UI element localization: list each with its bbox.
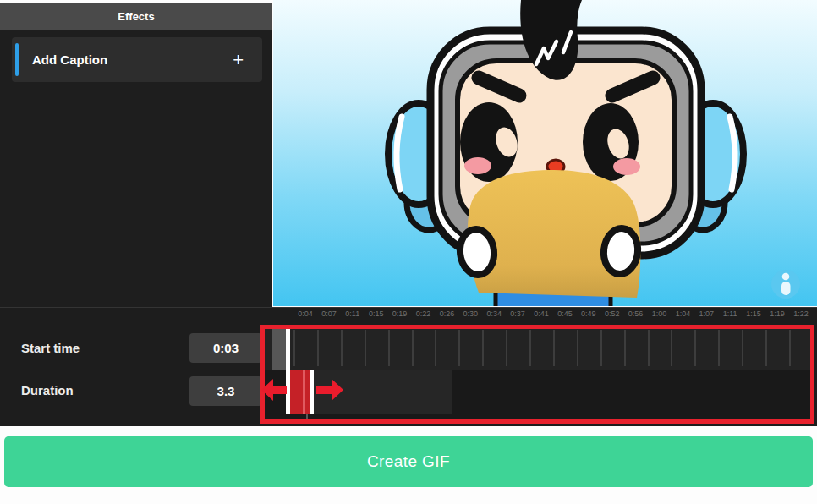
effects-sidebar: Effects Add Caption +	[0, 3, 272, 307]
timeline-time-label: 0:41	[529, 310, 553, 318]
playhead[interactable]	[286, 329, 290, 414]
timeline-time-label: 1:15	[742, 310, 765, 318]
timeline-track[interactable]	[265, 329, 810, 370]
annotation-rectangle	[260, 325, 814, 424]
timeline-tick	[365, 330, 366, 366]
timeline-tick	[765, 330, 767, 366]
timeline-time-label: 1:11	[718, 310, 742, 318]
timeline-time-label: 0:52	[600, 310, 624, 318]
timeline-time-label: 0:56	[624, 310, 648, 318]
timeline-time-label: 0:34	[482, 310, 506, 318]
gif-maker-app: Effects Add Caption +	[0, 0, 817, 504]
video-preview	[273, 0, 817, 306]
timeline-tick	[671, 330, 672, 366]
timeline-tick	[742, 330, 743, 366]
timeline-tick	[624, 330, 626, 366]
timeline-time-label: 1:00	[648, 310, 672, 318]
timeline-time-label: 0:07	[317, 310, 341, 318]
timeline-tick	[718, 330, 720, 366]
timeline-tick	[341, 330, 343, 366]
timeline-tick	[600, 330, 602, 366]
timeline-tick	[388, 330, 390, 366]
timeline-time-label: 1:22	[789, 310, 813, 318]
timeline-time-label: 1:19	[765, 310, 789, 318]
selection-handle[interactable]	[289, 370, 310, 414]
plus-icon[interactable]: +	[233, 51, 244, 69]
selection-marker-line	[306, 414, 308, 419]
selection-handle-highlight	[303, 370, 305, 414]
timeline-time-label: 1:04	[671, 310, 694, 318]
played-region	[272, 329, 287, 370]
sidebar-title: Effects	[118, 10, 154, 23]
timeline-tick	[293, 330, 295, 366]
accent-bar	[15, 43, 19, 76]
timeline-tick	[482, 330, 484, 366]
start-time-label: Start time	[21, 341, 80, 355]
annotation-arrow-right	[316, 379, 343, 401]
start-time-input[interactable]	[189, 333, 262, 363]
create-gif-button[interactable]: Create GIF	[4, 436, 813, 487]
timeline-time-label: 0:19	[388, 310, 412, 318]
info-icon[interactable]	[771, 270, 800, 299]
annotation-arrow-left	[261, 379, 287, 401]
add-caption-button[interactable]: Add Caption +	[12, 37, 262, 82]
timeline-tick	[553, 330, 555, 366]
sidebar-header: Effects	[0, 3, 272, 30]
timeline-time-label: 1:07	[694, 310, 718, 318]
timeline-tick	[458, 330, 460, 366]
timeline-time-label: 0:49	[577, 310, 600, 318]
timeline-tick	[435, 330, 436, 366]
duration-input[interactable]	[189, 376, 262, 406]
timeline-tick	[577, 330, 578, 366]
timeline-time-label: 0:26	[435, 310, 458, 318]
timeline-panel: Start time Duration 0:040:070:110:150:19…	[0, 307, 817, 426]
selection-handle-edge[interactable]	[310, 370, 314, 414]
duration-label: Duration	[21, 383, 74, 397]
create-gif-label: Create GIF	[367, 452, 450, 471]
add-caption-label: Add Caption	[32, 52, 107, 67]
timeline-tick	[529, 330, 531, 366]
timeline-time-label: 0:22	[412, 310, 436, 318]
character-illustration	[273, 0, 817, 306]
timeline-tick	[317, 330, 319, 366]
timeline-time-label: 0:45	[553, 310, 577, 318]
timeline-tick	[506, 330, 507, 366]
timeline-tick	[694, 330, 696, 366]
timeline-tick	[412, 330, 414, 366]
timeline-time-label: 0:15	[365, 310, 388, 318]
timeline-tick	[789, 330, 791, 366]
timeline-time-label: 0:11	[341, 310, 365, 318]
timeline-time-label: 0:37	[506, 310, 529, 318]
timeline-time-label: 0:30	[458, 310, 482, 318]
timeline-time-label: 0:04	[293, 310, 317, 318]
timeline-tick	[648, 330, 650, 366]
